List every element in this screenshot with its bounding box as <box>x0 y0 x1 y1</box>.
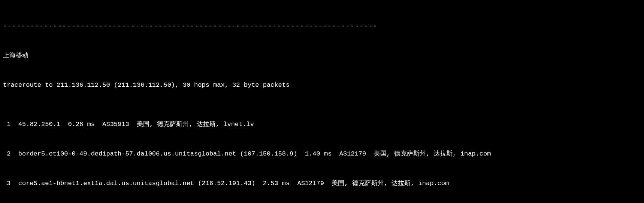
hop-row: 1 45.82.250.1 0.28 ms AS35913 美国, 德克萨斯州,… <box>3 120 641 129</box>
hop-detail: core5.ae1-bbnet1.ext1a.dal.us.unitasglob… <box>10 180 449 187</box>
hop-number: 3 <box>3 179 10 188</box>
trace-title: 上海移动 <box>3 51 641 61</box>
hop-number: 1 <box>3 120 10 129</box>
hop-detail: border5.et100-0-49.dedipath-57.dal006.us… <box>10 150 491 157</box>
hop-number: 2 <box>3 149 10 159</box>
hop-row: 2 border5.et100-0-49.dedipath-57.dal006.… <box>3 149 641 159</box>
trace-summary: traceroute to 211.136.112.50 (211.136.11… <box>3 80 641 90</box>
terminal-output: ----------------------------------------… <box>0 0 644 203</box>
section-divider: ----------------------------------------… <box>3 21 641 31</box>
hop-row: 3 core5.ae1-bbnet1.ext1a.dal.us.unitasgl… <box>3 179 641 188</box>
hop-detail: 45.82.250.1 0.28 ms AS35913 美国, 德克萨斯州, 达… <box>10 121 254 128</box>
